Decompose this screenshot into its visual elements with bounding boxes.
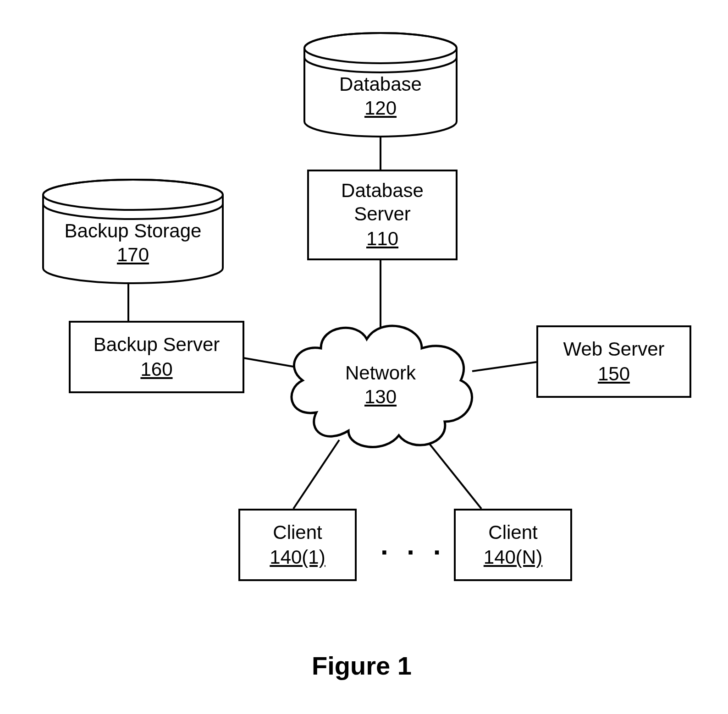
backup-storage-ref: 170 — [117, 244, 149, 266]
web-server-label: Web Server — [563, 338, 665, 361]
backup-storage-label: Backup Storage — [65, 220, 202, 242]
client-first-label: Client — [273, 521, 322, 544]
backup-storage-cylinder: Backup Storage 170 — [41, 179, 225, 284]
web-server-box: Web Server 150 — [536, 325, 691, 398]
database-server-ref: 110 — [366, 227, 398, 250]
backup-server-box: Backup Server 160 — [69, 321, 244, 393]
ellipsis-dots: . . . — [381, 529, 446, 561]
database-label: Database — [339, 73, 422, 95]
network-label: Network — [345, 362, 416, 384]
diagram-canvas: Database 120 Database Server 110 Backup … — [0, 0, 728, 714]
client-last-ref: 140(N) — [484, 546, 542, 569]
figure-caption: Figure 1 — [312, 651, 412, 681]
client-last-box: Client 140(N) — [454, 509, 572, 581]
client-first-box: Client 140(1) — [238, 509, 357, 581]
backup-server-label: Backup Server — [94, 333, 220, 356]
web-server-ref: 150 — [598, 362, 630, 385]
database-ref: 120 — [364, 97, 397, 119]
client-last-label: Client — [488, 521, 537, 544]
svg-line-4 — [472, 362, 536, 371]
network-cloud: Network 130 — [280, 307, 481, 458]
client-first-ref: 140(1) — [270, 546, 325, 569]
database-cylinder: Database 120 — [303, 32, 458, 137]
database-server-box: Database Server 110 — [307, 170, 458, 260]
backup-server-ref: 160 — [140, 358, 172, 381]
database-server-label: Database Server — [341, 179, 424, 225]
network-ref: 130 — [364, 386, 397, 408]
